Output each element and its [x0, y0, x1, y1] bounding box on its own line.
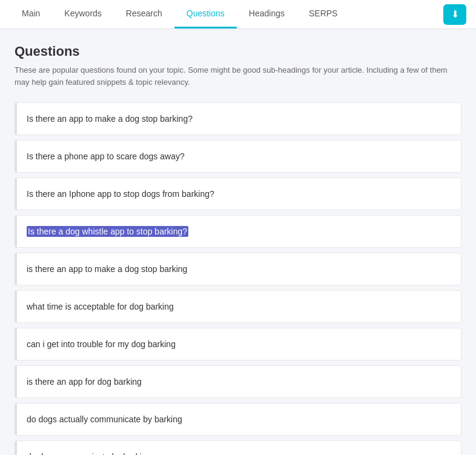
- question-text: Is there an Iphone app to stop dogs from…: [27, 189, 451, 199]
- page-title: Questions: [15, 44, 461, 59]
- question-text: Is there a phone app to scare dogs away?: [27, 151, 451, 161]
- question-text: is there an app for dog barking: [27, 377, 451, 387]
- question-text: do dogs communicate by barking: [27, 452, 451, 455]
- question-item[interactable]: do dogs communicate by barking: [15, 440, 461, 455]
- question-item[interactable]: what time is acceptable for dog barking: [15, 290, 461, 323]
- question-text: Is there an app to make a dog stop barki…: [27, 114, 451, 124]
- nav-bar: Main Keywords Research Questions Heading…: [0, 0, 476, 29]
- question-item[interactable]: Is there a phone app to scare dogs away?: [15, 140, 461, 173]
- question-text: what time is acceptable for dog barking: [27, 302, 451, 311]
- question-text: is there an app to make a dog stop barki…: [27, 264, 451, 274]
- download-button[interactable]: ⬇: [443, 4, 466, 25]
- tab-questions[interactable]: Questions: [174, 0, 237, 28]
- question-item[interactable]: is there an app for dog barking: [15, 365, 461, 398]
- questions-list: Is there an app to make a dog stop barki…: [15, 102, 461, 455]
- question-item[interactable]: can i get into trouble for my dog barkin…: [15, 328, 461, 360]
- tab-keywords[interactable]: Keywords: [52, 0, 113, 28]
- question-item-selected[interactable]: Is there a dog whistle app to stop barki…: [15, 215, 461, 248]
- question-item[interactable]: is there an app to make a dog stop barki…: [15, 253, 461, 285]
- question-item[interactable]: Is there an Iphone app to stop dogs from…: [15, 178, 461, 210]
- tab-research[interactable]: Research: [114, 0, 174, 28]
- nav-tabs: Main Keywords Research Questions Heading…: [10, 0, 349, 28]
- tab-headings[interactable]: Headings: [237, 0, 297, 28]
- page-content: Questions These are popular questions fo…: [0, 29, 476, 455]
- question-item[interactable]: do dogs actually communicate by barking: [15, 403, 461, 436]
- question-text: can i get into trouble for my dog barkin…: [27, 339, 451, 349]
- question-text-highlighted: Is there a dog whistle app to stop barki…: [27, 227, 451, 236]
- tab-serps[interactable]: SERPS: [297, 0, 349, 28]
- download-icon: ⬇: [451, 8, 459, 20]
- selected-text-highlight: Is there a dog whistle app to stop barki…: [27, 226, 188, 237]
- tab-main[interactable]: Main: [10, 0, 52, 28]
- question-text: do dogs actually communicate by barking: [27, 414, 451, 424]
- page-description: These are popular questions found on you…: [15, 64, 461, 88]
- question-item[interactable]: Is there an app to make a dog stop barki…: [15, 102, 461, 135]
